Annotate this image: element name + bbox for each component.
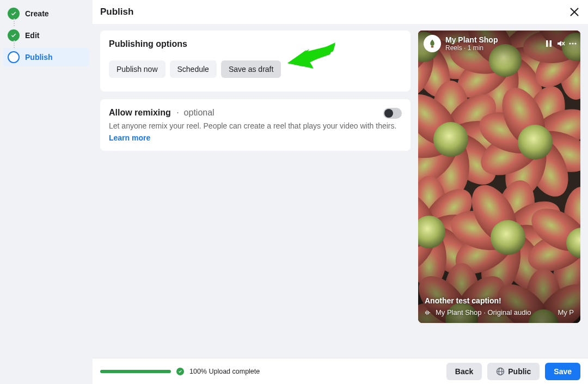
audio-text-end: My P (558, 308, 574, 316)
audio-text: My Plant Shop · Original audio (436, 308, 531, 316)
upload-progress-bar (100, 370, 171, 373)
header: Publish (93, 0, 588, 24)
svg-point-97 (574, 42, 576, 44)
svg-rect-92 (550, 40, 552, 47)
learn-more-link[interactable]: Learn more (109, 133, 150, 142)
preview-caption: Another test caption! (425, 296, 574, 305)
publish-option-group: Publish now Schedule Save as draft (109, 56, 402, 83)
audience-button[interactable]: Public (487, 363, 540, 380)
main-content: Publishing options Publish now Schedule … (93, 24, 588, 358)
allow-remixing-card: Allow remixing · optional Let anyone rem… (100, 99, 411, 151)
step-label: Create (25, 9, 49, 18)
remix-description: Let anyone remix your reel. People can c… (109, 121, 402, 131)
preview-footer: Another test caption! My Plant Shop · Or… (425, 296, 574, 316)
step-edit[interactable]: Edit (3, 26, 89, 45)
svg-rect-98 (425, 312, 426, 314)
svg-rect-100 (428, 311, 428, 314)
save-as-draft-button[interactable]: Save as draft (221, 60, 281, 78)
back-button[interactable]: Back (446, 363, 482, 380)
audio-icon (425, 309, 431, 316)
schedule-button[interactable]: Schedule (170, 60, 217, 78)
circle-outline-icon (8, 51, 20, 63)
step-label: Edit (25, 31, 39, 40)
audio-row: My Plant Shop · Original audio My P (425, 308, 574, 316)
step-create[interactable]: Create (3, 4, 89, 23)
more-icon[interactable] (568, 39, 577, 48)
svg-rect-99 (427, 310, 427, 315)
page-title: Publish (100, 7, 133, 17)
preview-overlay: My Plant Shop Reels · 1 min Another (418, 31, 580, 323)
profile-name: My Plant Shop (445, 35, 498, 44)
remix-title: Allow remixing (109, 108, 171, 118)
reel-preview: My Plant Shop Reels · 1 min Another (418, 31, 580, 323)
publish-now-button[interactable]: Publish now (109, 60, 166, 78)
remix-toggle[interactable] (383, 108, 402, 119)
audience-label: Public (508, 367, 531, 376)
mute-icon[interactable] (556, 39, 565, 48)
remix-title-row: Allow remixing · optional (109, 108, 402, 118)
profile-info: My Plant Shop Reels · 1 min (445, 35, 498, 52)
check-icon (8, 8, 20, 20)
wizard-sidebar: Create Edit Publish (0, 0, 93, 384)
connector-line (14, 40, 15, 48)
close-icon[interactable] (568, 6, 580, 18)
save-button[interactable]: Save (545, 363, 580, 380)
upload-status-text: 100% Upload complete (189, 368, 260, 375)
svg-rect-90 (431, 46, 434, 48)
svg-point-95 (569, 42, 571, 44)
footer-bar: 100% Upload complete Back Public Save (93, 358, 588, 384)
avatar (424, 35, 441, 52)
left-column: Publishing options Publish now Schedule … (100, 31, 411, 351)
check-icon (8, 29, 20, 41)
pause-icon[interactable] (544, 39, 553, 48)
step-label: Publish (25, 53, 53, 62)
preview-header: My Plant Shop Reels · 1 min (424, 35, 577, 52)
card-title: Publishing options (109, 39, 402, 49)
preview-controls (544, 39, 577, 48)
svg-rect-101 (430, 312, 430, 313)
step-publish[interactable]: Publish (3, 48, 89, 66)
check-icon (176, 368, 184, 375)
optional-label: · optional (174, 108, 215, 118)
publishing-options-card: Publishing options Publish now Schedule … (100, 31, 411, 92)
profile-subtitle: Reels · 1 min (445, 44, 498, 52)
annotation-arrow-icon (287, 56, 336, 83)
globe-icon (496, 367, 505, 376)
svg-marker-2 (289, 42, 335, 69)
svg-rect-91 (546, 40, 548, 47)
svg-point-96 (572, 42, 573, 44)
connector-line (14, 19, 15, 26)
